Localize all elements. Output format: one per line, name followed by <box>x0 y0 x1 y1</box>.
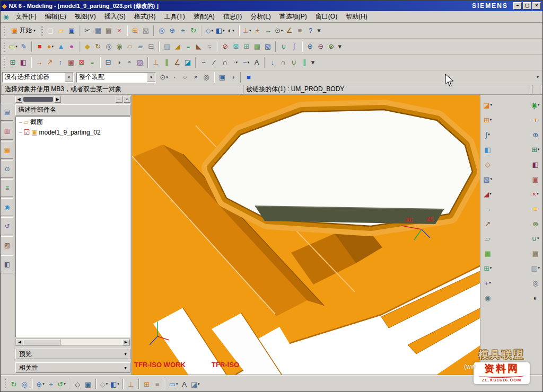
view-orientation-icon[interactable]: ◇▾ <box>204 25 215 37</box>
paste-icon[interactable]: ▤ <box>103 25 114 37</box>
highlight-icon[interactable]: ◑ <box>227 72 238 83</box>
display-mode-icon[interactable]: ▧ <box>141 25 151 37</box>
replace-face-icon[interactable]: ▣ <box>66 57 76 68</box>
named-views-icon[interactable]: ◪▾ <box>190 378 201 390</box>
i-form-icon[interactable]: ◉ <box>482 291 493 305</box>
fit-view-icon[interactable]: ◎ <box>19 378 30 390</box>
wcs-dynamics-icon[interactable]: ⊥ <box>151 57 161 68</box>
chamfer-icon[interactable]: ◣ <box>194 41 204 52</box>
revolve-icon[interactable]: ↻ <box>93 41 103 52</box>
show-hide-icon[interactable]: ◑ <box>113 57 124 68</box>
scroll-left-icon[interactable]: ◀ <box>16 339 23 345</box>
sphere-icon[interactable]: ● <box>66 41 77 52</box>
mirror-feature-icon[interactable]: ◧ <box>18 57 29 68</box>
intersect-curve-icon[interactable]: ∩ <box>278 57 288 68</box>
assembly-constraints-icon[interactable]: ◉▾ <box>530 98 541 112</box>
sequence-icon[interactable]: ≡ <box>530 202 541 216</box>
tree-item-model1-9-parting-02[interactable]: – ☑ ▣ model1_9_parting_02 <box>16 127 130 137</box>
splitter-handle[interactable] <box>23 97 53 102</box>
pocket-icon[interactable]: ▱ <box>125 41 135 52</box>
snap-point-toggle-icon[interactable]: ⊙▾ <box>159 72 169 83</box>
menu-tools[interactable]: 工具(T) <box>160 11 189 22</box>
dependencies-section[interactable]: 相关性 ▾ <box>15 362 130 373</box>
immediate-hide-icon[interactable]: ◓ <box>124 57 135 68</box>
part-navigator-tab[interactable]: ▦ <box>1 141 13 159</box>
pattern-feature-icon[interactable]: ⊞ <box>7 57 18 68</box>
layer-settings-icon[interactable]: ≡ <box>295 25 305 37</box>
wcs-icon[interactable]: ⊥▾ <box>242 25 252 37</box>
wave-geometry-icon[interactable]: ∪▾ <box>530 231 541 245</box>
hd3d-tools-tab[interactable]: ≡ <box>1 179 13 197</box>
zoom-icon[interactable]: ⊕ <box>167 25 178 37</box>
cut-icon[interactable]: ✂ <box>82 25 93 37</box>
through-curve-mesh-icon[interactable]: ⊞▾ <box>482 113 493 127</box>
rotate-view-icon[interactable]: ↻ <box>188 25 199 37</box>
rotate-view-icon[interactable]: ↺▾ <box>56 378 67 390</box>
reuse-library-tab[interactable]: ⊙ <box>1 160 13 178</box>
panel-close-button[interactable]: × <box>124 96 130 103</box>
toolbar-grip[interactable] <box>4 25 5 36</box>
move-component-icon[interactable]: + <box>530 113 541 127</box>
thicken-sheet-icon[interactable]: ▦ <box>482 246 493 260</box>
chevron-down-icon[interactable]: ▾ <box>147 73 155 82</box>
toolbar-grip[interactable] <box>4 41 5 52</box>
constraint-navigator-tab[interactable]: ▥ <box>1 122 13 140</box>
menu-file[interactable]: 文件(F) <box>11 11 40 22</box>
maximize-button[interactable]: ▢ <box>523 2 531 10</box>
spline-icon[interactable]: ~▾ <box>241 57 251 68</box>
menu-window[interactable]: 窗口(O) <box>311 11 341 22</box>
preview-section[interactable]: 预览 ▾ <box>15 349 130 359</box>
splitter-right-icon[interactable]: ▶ <box>54 96 61 103</box>
datum-csys-icon[interactable]: + <box>252 25 263 37</box>
section-surface-icon[interactable]: ◧ <box>482 142 493 156</box>
bridge-curve-icon[interactable]: ∪ <box>288 57 299 68</box>
assembly-navigator-tab[interactable]: ▤ <box>1 103 13 121</box>
resize-blend-icon[interactable]: ◒ <box>87 57 98 68</box>
trimmed-sheet-icon[interactable]: ◢▾ <box>482 187 493 201</box>
measure-distance-icon[interactable]: ∥ <box>161 57 172 68</box>
menu-help[interactable]: 帮助(H) <box>341 11 372 22</box>
project-curve-icon[interactable]: ↓ <box>267 57 278 68</box>
unite-icon[interactable]: ⊕ <box>305 41 316 52</box>
thicken-icon[interactable]: ▦ <box>252 41 262 52</box>
thread-icon[interactable]: ≈ <box>204 41 215 52</box>
shaded-icon[interactable]: ◧▾ <box>109 378 120 390</box>
measure-icon[interactable]: ∠ <box>284 25 295 37</box>
fit-view-icon[interactable]: ◎ <box>156 25 167 37</box>
minimize-button[interactable]: – <box>513 2 522 10</box>
pattern-component-icon[interactable]: ⊞▾ <box>530 142 541 156</box>
quick-pick-icon[interactable]: ▣ <box>217 72 227 83</box>
layers-icon[interactable]: ≡ <box>152 378 163 390</box>
system-materials-tab[interactable]: ▨ <box>1 236 13 254</box>
mirror-assembly-icon[interactable]: ◧ <box>530 157 541 171</box>
tree-checkbox[interactable]: ☑ <box>24 129 30 136</box>
scope-filter-dropdown[interactable]: 整个装配 ▾ <box>76 72 156 83</box>
scrollbar-thumb[interactable] <box>23 339 60 345</box>
snapshot-icon[interactable]: ▣ <box>83 378 93 390</box>
menu-edit[interactable]: 编辑(E) <box>41 11 71 22</box>
through-curves-icon[interactable]: ∪ <box>278 41 289 52</box>
datum-axis-icon[interactable]: ∥ <box>299 57 310 68</box>
boss-icon[interactable]: ◉ <box>114 41 125 52</box>
history-tab[interactable]: ↺ <box>1 217 13 235</box>
move-face-icon[interactable]: → <box>34 57 45 68</box>
extension-surface-icon[interactable]: → <box>482 202 493 216</box>
move-object-icon[interactable]: → <box>263 25 274 37</box>
replace-component-icon[interactable]: ▣ <box>530 172 541 186</box>
refresh-icon[interactable]: ↻ <box>8 378 19 390</box>
help-icon[interactable]: ? <box>305 25 316 37</box>
chevron-down-icon[interactable]: ▾ <box>65 73 73 82</box>
text-icon[interactable]: A <box>251 57 262 68</box>
endpoint-snap-icon[interactable]: ∙ <box>169 72 180 83</box>
arc-icon[interactable]: ∩ <box>220 57 230 68</box>
navigator-column-header[interactable]: 描述性部件名 <box>15 104 130 115</box>
extrude-icon[interactable]: ◆ <box>82 41 93 52</box>
toolbar-grip[interactable] <box>41 25 43 36</box>
viewport-canvas[interactable]: XC ZC TFR-ISO WORK TFR-ISO <box>132 95 480 375</box>
exploded-view-icon[interactable]: ×▾ <box>530 187 541 201</box>
delete-icon[interactable]: × <box>114 25 125 37</box>
block-icon[interactable]: ■ <box>34 41 45 52</box>
open-icon[interactable]: ▱ <box>56 25 66 37</box>
delete-face-icon[interactable]: ⊠ <box>76 57 87 68</box>
pan-icon[interactable]: + <box>178 25 188 37</box>
